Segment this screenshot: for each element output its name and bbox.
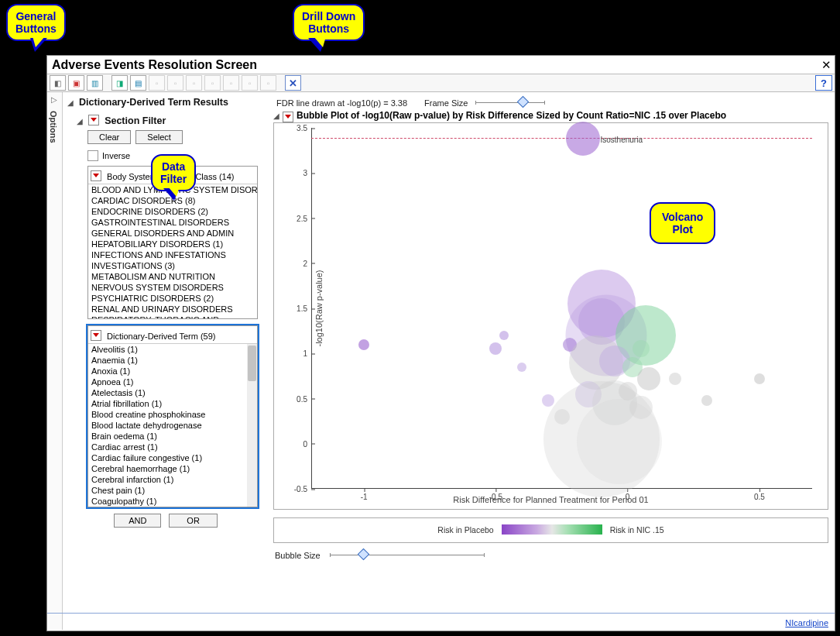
list-item[interactable]: Atelectasis (1) — [88, 387, 257, 398]
y-tick: 0 — [303, 439, 311, 448]
bubble-size-label: Bubble Size — [275, 551, 321, 560]
x-tick: 0.5 — [754, 493, 765, 501]
window-title: Adverse Events Resolution Screen — [52, 58, 257, 72]
bubble-point[interactable] — [554, 409, 570, 425]
options-sidebar-tab[interactable]: ▷ Options — [47, 92, 63, 630]
dictionary-term-head: Dictionary-Derived Term (59) — [107, 332, 215, 341]
body-system-menu-icon[interactable] — [91, 170, 101, 181]
section-filter-label: Section Filter — [105, 115, 166, 126]
bubble-point[interactable] — [542, 394, 554, 407]
list-item[interactable]: HEPATOBILIARY DISORDERS (1) — [88, 239, 257, 249]
list-item[interactable]: Atrial fibrillation (1) — [88, 398, 257, 409]
window-close-button[interactable]: ✕ — [821, 58, 831, 72]
options-expand-icon: ▷ — [51, 95, 57, 104]
list-item[interactable]: ENDOCRINE DISORDERS (2) — [88, 206, 257, 217]
term-list-scrollbar[interactable] — [247, 344, 257, 507]
bubble-point[interactable] — [669, 373, 681, 385]
inverse-checkbox[interactable] — [87, 150, 98, 161]
results-disclose-icon[interactable]: ◢ — [67, 98, 74, 107]
toolbar-btn-4[interactable]: ◨ — [111, 75, 128, 91]
list-item[interactable]: Cardiac arrest (1) — [88, 442, 257, 452]
bubble-point[interactable] — [489, 342, 502, 355]
toolbar-close-x-button[interactable]: ✕ — [285, 75, 301, 91]
toolbar-btn-3[interactable]: ▥ — [87, 75, 103, 91]
toolbar-btn-8[interactable]: ▫ — [186, 75, 202, 91]
frame-size-slider[interactable] — [475, 99, 545, 107]
list-item[interactable]: Anaemia (1) — [88, 355, 257, 366]
bubble-point[interactable] — [633, 340, 650, 357]
y-axis-label: -log10(Raw p-value) — [314, 270, 324, 346]
list-item[interactable]: Apnoea (1) — [88, 376, 257, 387]
bubble-point[interactable] — [517, 363, 526, 372]
toolbar-btn-7[interactable]: ▫ — [167, 75, 183, 91]
list-item[interactable]: Anoxia (1) — [88, 366, 257, 376]
list-item[interactable]: RESPIRATORY, THORACIC AND — [88, 315, 257, 318]
dictionary-term-menu-icon[interactable] — [91, 330, 101, 341]
callout-general-buttons: GeneralButtons — [6, 4, 66, 41]
y-tick: 2.5 — [297, 214, 311, 222]
list-item[interactable]: Chest pain (1) — [88, 485, 257, 496]
list-item[interactable]: GASTROINTESTINAL DISORDERS — [88, 217, 257, 228]
bubble-point[interactable] — [754, 373, 765, 384]
bubble-point[interactable] — [637, 367, 660, 390]
bubble-point[interactable] — [629, 396, 653, 419]
bubble-point[interactable] — [499, 331, 509, 340]
plot-disclose-icon[interactable]: ◢ — [273, 112, 279, 120]
list-item[interactable]: Brain oedema (1) — [88, 431, 257, 442]
dictionary-term-listbox[interactable]: Dictionary-Derived Term (59) Alveolitis … — [87, 325, 258, 507]
or-button[interactable]: OR — [169, 514, 218, 528]
inverse-label: Inverse — [102, 151, 130, 160]
list-item[interactable]: Cerebral infarction (1) — [88, 474, 257, 485]
toolbar-btn-11[interactable]: ▫ — [242, 75, 258, 91]
bubble-point[interactable] — [566, 122, 600, 156]
list-item[interactable]: GENERAL DISORDERS AND ADMIN — [88, 228, 257, 239]
toolbar-btn-2[interactable]: ▣ — [68, 75, 84, 91]
results-section-title: Dictionary-Derived Term Results — [79, 97, 228, 108]
fdr-threshold-line — [311, 138, 812, 139]
toolbar-btn-12[interactable]: ▫ — [260, 75, 276, 91]
toolbar-btn-1[interactable]: ◧ — [50, 75, 66, 91]
toolbar-btn-5[interactable]: ▤ — [130, 75, 146, 91]
y-tick: 3 — [303, 169, 311, 177]
list-item[interactable]: METABOLISM AND NUTRITION — [88, 271, 257, 282]
help-button[interactable]: ? — [815, 75, 832, 91]
list-item[interactable]: Blood lactate dehydrogenase — [88, 420, 257, 431]
list-item[interactable]: INFECTIONS AND INFESTATIONS — [88, 249, 257, 260]
app-window: Adverse Events Resolution Screen ✕ ◧ ▣ ▥… — [46, 55, 835, 631]
list-item[interactable]: Alveolitis (1) — [88, 344, 257, 355]
y-tick: -0.5 — [294, 485, 311, 493]
y-tick: 3.5 — [297, 124, 311, 132]
list-item[interactable]: PSYCHIATRIC DISORDERS (2) — [88, 293, 257, 304]
section-filter-disclose-icon[interactable]: ◢ — [77, 117, 83, 125]
list-item[interactable]: NERVOUS SYSTEM DISORDERS — [88, 282, 257, 293]
toolbar: ◧ ▣ ▥ ◨ ▤ ▫ ▫ ▫ ▫ ▫ ▫ ▫ ✕ ? — [47, 74, 835, 92]
fdr-line-text: FDR line drawn at -log10(p) = 3.38 — [276, 98, 407, 108]
x-axis-label: Risk Difference for Planned Treatment fo… — [274, 493, 828, 509]
list-item[interactable]: Blood creatine phosphokinase — [88, 409, 257, 420]
bubble-point[interactable] — [358, 339, 369, 350]
options-label: Options — [49, 111, 58, 143]
plot-title-text: Bubble Plot of -log10(Raw p-value) by Ri… — [297, 110, 726, 121]
select-button[interactable]: Select — [135, 130, 183, 144]
toolbar-btn-10[interactable]: ▫ — [223, 75, 239, 91]
y-tick: 1.5 — [297, 304, 311, 313]
point-annotation: Isosthenuria — [600, 136, 642, 144]
clear-button[interactable]: Clear — [87, 130, 131, 144]
x-tick: 0 — [626, 493, 630, 501]
volcano-plot[interactable]: -log10(Raw p-value) -0.500.511.522.533.5… — [273, 122, 828, 510]
toolbar-btn-9[interactable]: ▫ — [204, 75, 221, 91]
list-item[interactable]: Cerebral haemorrhage (1) — [88, 463, 257, 474]
section-filter-menu-icon[interactable] — [88, 115, 99, 125]
list-item[interactable]: Cardiac failure congestive (1) — [88, 452, 257, 463]
footer-link[interactable]: NIcardipine — [785, 618, 828, 627]
list-item[interactable]: INVESTIGATIONS (3) — [88, 260, 257, 271]
list-item[interactable]: RENAL AND URINARY DISORDERS — [88, 304, 257, 315]
and-button[interactable]: AND — [114, 514, 161, 528]
legend-right-label: Risk in NIC .15 — [610, 525, 664, 535]
bubble-size-slider[interactable] — [330, 552, 485, 559]
callout-drill-down-buttons: Drill DownButtons — [293, 4, 365, 41]
list-item[interactable]: Coagulopathy (1) — [88, 496, 257, 507]
plot-menu-icon[interactable] — [283, 112, 293, 122]
bubble-point[interactable] — [701, 395, 712, 406]
toolbar-btn-6[interactable]: ▫ — [149, 75, 165, 91]
